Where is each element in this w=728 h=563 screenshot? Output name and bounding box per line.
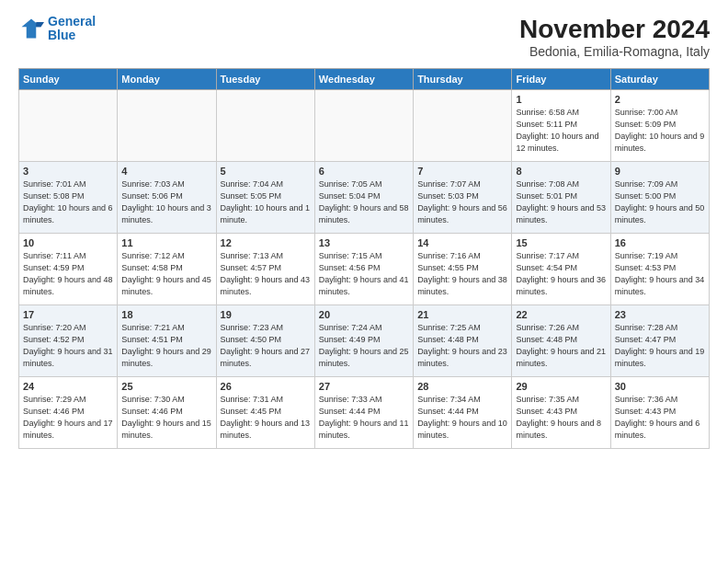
day-number: 23 [615, 309, 705, 320]
day-info: Sunrise: 7:00 AM Sunset: 5:09 PM Dayligh… [615, 107, 705, 155]
day-info: Sunrise: 7:13 AM Sunset: 4:57 PM Dayligh… [221, 250, 311, 298]
day-info: Sunrise: 7:12 AM Sunset: 4:58 PM Dayligh… [121, 250, 211, 298]
day-number: 21 [417, 309, 507, 320]
calendar: Sunday Monday Tuesday Wednesday Thursday… [18, 68, 710, 449]
day-info: Sunrise: 7:15 AM Sunset: 4:56 PM Dayligh… [319, 250, 409, 298]
calendar-cell: 14Sunrise: 7:16 AM Sunset: 4:55 PM Dayli… [414, 234, 512, 305]
day-info: Sunrise: 7:20 AM Sunset: 4:52 PM Dayligh… [23, 322, 113, 370]
day-number: 5 [221, 166, 311, 177]
day-info: Sunrise: 7:03 AM Sunset: 5:06 PM Dayligh… [121, 178, 211, 226]
svg-marker-1 [36, 22, 44, 27]
day-number: 18 [121, 309, 211, 320]
day-info: Sunrise: 7:33 AM Sunset: 4:44 PM Dayligh… [319, 394, 409, 442]
day-number: 6 [319, 166, 409, 177]
calendar-week-1: 1Sunrise: 6:58 AM Sunset: 5:11 PM Daylig… [19, 90, 710, 162]
month-title: November 2024 [519, 15, 710, 44]
calendar-cell: 5Sunrise: 7:04 AM Sunset: 5:05 PM Daylig… [216, 162, 314, 234]
title-area: November 2024 Bedonia, Emilia-Romagna, I… [519, 15, 710, 59]
day-info: Sunrise: 7:31 AM Sunset: 4:45 PM Dayligh… [221, 394, 311, 442]
calendar-cell: 29Sunrise: 7:35 AM Sunset: 4:43 PM Dayli… [512, 377, 610, 449]
calendar-week-4: 17Sunrise: 7:20 AM Sunset: 4:52 PM Dayli… [19, 305, 710, 377]
day-info: Sunrise: 7:34 AM Sunset: 4:44 PM Dayligh… [417, 394, 507, 442]
header-sunday: Sunday [19, 69, 118, 90]
day-info: Sunrise: 7:09 AM Sunset: 5:00 PM Dayligh… [615, 178, 705, 226]
day-info: Sunrise: 7:17 AM Sunset: 4:54 PM Dayligh… [516, 250, 606, 298]
calendar-cell: 15Sunrise: 7:17 AM Sunset: 4:54 PM Dayli… [512, 234, 610, 305]
day-number: 25 [121, 381, 211, 392]
day-info: Sunrise: 7:19 AM Sunset: 4:53 PM Dayligh… [615, 250, 705, 298]
day-number: 28 [417, 381, 507, 392]
day-info: Sunrise: 7:25 AM Sunset: 4:48 PM Dayligh… [417, 322, 507, 370]
day-number: 29 [516, 381, 606, 392]
calendar-week-2: 3Sunrise: 7:01 AM Sunset: 5:08 PM Daylig… [19, 162, 710, 234]
calendar-cell: 26Sunrise: 7:31 AM Sunset: 4:45 PM Dayli… [216, 377, 314, 449]
calendar-cell [216, 90, 314, 162]
calendar-week-5: 24Sunrise: 7:29 AM Sunset: 4:46 PM Dayli… [19, 377, 710, 449]
day-info: Sunrise: 7:26 AM Sunset: 4:48 PM Dayligh… [516, 322, 606, 370]
day-number: 13 [319, 237, 409, 248]
header-thursday: Thursday [414, 69, 512, 90]
calendar-week-3: 10Sunrise: 7:11 AM Sunset: 4:59 PM Dayli… [19, 234, 710, 305]
calendar-body: 1Sunrise: 6:58 AM Sunset: 5:11 PM Daylig… [19, 90, 710, 449]
day-info: Sunrise: 7:29 AM Sunset: 4:46 PM Dayligh… [23, 394, 113, 442]
day-info: Sunrise: 7:08 AM Sunset: 5:01 PM Dayligh… [516, 178, 606, 226]
day-info: Sunrise: 7:28 AM Sunset: 4:47 PM Dayligh… [615, 322, 705, 370]
day-number: 16 [615, 237, 705, 248]
page: General Blue November 2024 Bedonia, Emil… [0, 0, 728, 563]
day-info: Sunrise: 7:21 AM Sunset: 4:51 PM Dayligh… [121, 322, 211, 370]
day-number: 3 [23, 166, 113, 177]
day-info: Sunrise: 7:16 AM Sunset: 4:55 PM Dayligh… [417, 250, 507, 298]
calendar-cell: 9Sunrise: 7:09 AM Sunset: 5:00 PM Daylig… [610, 162, 709, 234]
day-info: Sunrise: 7:01 AM Sunset: 5:08 PM Dayligh… [23, 178, 113, 226]
header-saturday: Saturday [610, 69, 709, 90]
logo-line1: General [48, 14, 96, 29]
logo-text: General Blue [48, 15, 96, 43]
calendar-cell: 4Sunrise: 7:03 AM Sunset: 5:06 PM Daylig… [118, 162, 216, 234]
calendar-cell: 28Sunrise: 7:34 AM Sunset: 4:44 PM Dayli… [414, 377, 512, 449]
day-info: Sunrise: 7:24 AM Sunset: 4:49 PM Dayligh… [319, 322, 409, 370]
calendar-cell: 7Sunrise: 7:07 AM Sunset: 5:03 PM Daylig… [414, 162, 512, 234]
day-info: Sunrise: 7:05 AM Sunset: 5:04 PM Dayligh… [319, 178, 409, 226]
day-number: 7 [417, 166, 507, 177]
day-number: 10 [23, 237, 113, 248]
calendar-cell: 13Sunrise: 7:15 AM Sunset: 4:56 PM Dayli… [314, 234, 413, 305]
header: General Blue November 2024 Bedonia, Emil… [18, 15, 710, 59]
calendar-cell: 17Sunrise: 7:20 AM Sunset: 4:52 PM Dayli… [19, 305, 118, 377]
calendar-cell: 11Sunrise: 7:12 AM Sunset: 4:58 PM Dayli… [118, 234, 216, 305]
calendar-header: Sunday Monday Tuesday Wednesday Thursday… [19, 69, 710, 90]
calendar-cell [314, 90, 413, 162]
day-number: 26 [221, 381, 311, 392]
calendar-cell: 10Sunrise: 7:11 AM Sunset: 4:59 PM Dayli… [19, 234, 118, 305]
calendar-cell: 3Sunrise: 7:01 AM Sunset: 5:08 PM Daylig… [19, 162, 118, 234]
day-info: Sunrise: 7:30 AM Sunset: 4:46 PM Dayligh… [121, 394, 211, 442]
location-title: Bedonia, Emilia-Romagna, Italy [519, 44, 710, 59]
calendar-cell: 16Sunrise: 7:19 AM Sunset: 4:53 PM Dayli… [610, 234, 709, 305]
day-number: 15 [516, 237, 606, 248]
day-number: 17 [23, 309, 113, 320]
day-number: 11 [121, 237, 211, 248]
day-number: 12 [221, 237, 311, 248]
day-number: 8 [516, 166, 606, 177]
day-number: 14 [417, 237, 507, 248]
day-number: 24 [23, 381, 113, 392]
calendar-cell: 8Sunrise: 7:08 AM Sunset: 5:01 PM Daylig… [512, 162, 610, 234]
calendar-cell [19, 90, 118, 162]
calendar-cell: 19Sunrise: 7:23 AM Sunset: 4:50 PM Dayli… [216, 305, 314, 377]
calendar-cell: 1Sunrise: 6:58 AM Sunset: 5:11 PM Daylig… [512, 90, 610, 162]
day-number: 1 [516, 94, 606, 105]
calendar-cell [414, 90, 512, 162]
day-info: Sunrise: 7:23 AM Sunset: 4:50 PM Dayligh… [221, 322, 311, 370]
calendar-cell: 23Sunrise: 7:28 AM Sunset: 4:47 PM Dayli… [610, 305, 709, 377]
svg-marker-0 [22, 19, 41, 39]
calendar-cell: 22Sunrise: 7:26 AM Sunset: 4:48 PM Dayli… [512, 305, 610, 377]
day-info: Sunrise: 7:35 AM Sunset: 4:43 PM Dayligh… [516, 394, 606, 442]
logo-line2: Blue [48, 28, 75, 42]
day-info: Sunrise: 7:04 AM Sunset: 5:05 PM Dayligh… [221, 178, 311, 226]
calendar-cell: 21Sunrise: 7:25 AM Sunset: 4:48 PM Dayli… [414, 305, 512, 377]
header-tuesday: Tuesday [216, 69, 314, 90]
header-friday: Friday [512, 69, 610, 90]
day-number: 2 [615, 94, 705, 105]
logo: General Blue [18, 15, 96, 43]
day-number: 27 [319, 381, 409, 392]
calendar-cell [118, 90, 216, 162]
